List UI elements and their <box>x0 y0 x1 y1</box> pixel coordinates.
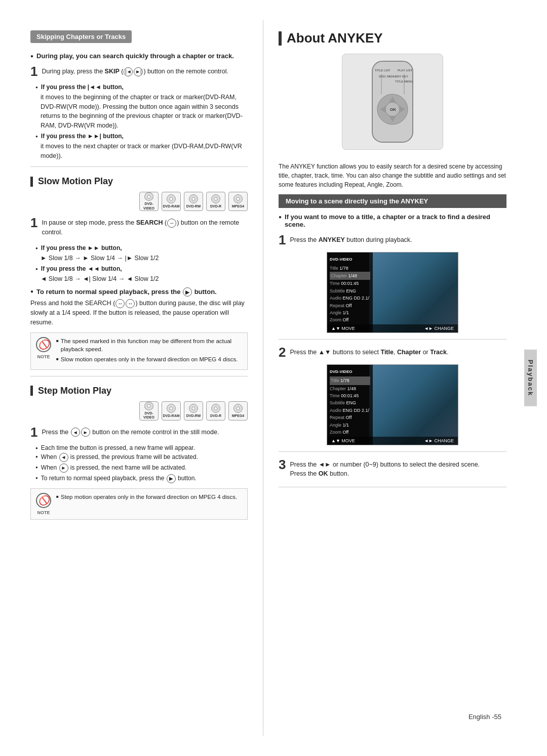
disc-dvd-r: DVD-R <box>206 192 225 211</box>
skip-fwd-icon: ►| <box>134 67 143 76</box>
skipping-section: Skipping Chapters or Tracks During play,… <box>30 30 248 160</box>
slow-fwd-text: ► Slow 1/8 → ► Slow 1/4 → |► Slow 1/2 <box>41 254 248 263</box>
right-column: About ANYKEY TITLE LIST PLAY LIST DISC M… <box>263 20 537 736</box>
svg-text:OK: OK <box>390 107 396 112</box>
note-label: NOTE <box>37 354 50 359</box>
step-motion-note: 🚫 NOTE Step motion operates only in the … <box>30 488 248 520</box>
step-note-label: NOTE <box>37 510 50 515</box>
remote-diagram: TITLE LIST PLAY LIST DISC MENU TITLE MEN… <box>342 54 443 150</box>
play-icon: ▶ <box>183 287 192 297</box>
svg-text:TITLE LIST: TITLE LIST <box>375 69 390 72</box>
step-note-item-1: Step motion operates only in the forward… <box>56 493 242 501</box>
disc-dvd-rw: DVD-RW <box>184 192 203 211</box>
step-motion-section: Step Motion Play DVD-VIDEO DVD-RAM DVD-R… <box>30 386 248 520</box>
overlay-panel-2: DVD-VIDEO Title 1/78 Chapter 1/48 Time 0… <box>327 365 373 445</box>
slow-motion-para: Press and hold the SEARCH (↔↔) button du… <box>30 299 248 327</box>
search-fwd-icon: ↔ <box>167 219 176 228</box>
anykey-step3: 3 Press the ◄► or number (0~9) buttons t… <box>279 458 506 481</box>
anykey-step2: 2 Press the ▲▼ buttons to select Title, … <box>279 346 506 359</box>
slow-back-text: ◄ Slow 1/8 → ◄| Slow 1/4 → ◄ Slow 1/2 <box>41 274 248 284</box>
step-play-btn: ▶ <box>167 474 176 483</box>
note-icon: 🚫 <box>36 337 51 352</box>
if-press-back-text: it moves to the beginning of the chapter… <box>41 93 248 131</box>
remote-svg: TITLE LIST PLAY LIST DISC MENU TITLE MEN… <box>347 56 438 147</box>
screen1-footer: ▲▼ MOVE ◄► CHANGE <box>327 324 458 332</box>
step-back-sym: ◄ <box>71 428 80 437</box>
left-column: Skipping Chapters or Tracks During play,… <box>0 20 263 736</box>
step-bullet4: To return to normal speed playback, pres… <box>35 474 248 483</box>
anykey-step1: 1 Press the ANYKEY button during playbac… <box>279 233 506 247</box>
search-sym-1: ↔ <box>115 299 125 308</box>
step-fwd-sym: ► <box>81 428 90 437</box>
if-press-back-header: If you press the |◄◄ button, <box>35 83 248 91</box>
disc-dvd-ram: DVD-RAM <box>162 192 181 211</box>
search-sym-2: ↔ <box>126 299 135 308</box>
svg-text:PLAY LIST: PLAY LIST <box>398 69 412 72</box>
step-motion-step1: 1 Press the ◄► button on the remote cont… <box>30 426 248 439</box>
step-note-icon: 🚫 <box>36 493 51 508</box>
step-motion-title: Step Motion Play <box>30 386 248 396</box>
slow-fwd-header: If you press the ►► button, <box>35 244 248 251</box>
step-disc-dvd-r: DVD-R <box>206 401 225 421</box>
slow-motion-bar <box>30 177 33 187</box>
note-items: The speed marked in this function may be… <box>56 337 242 365</box>
step-bullet1: Each time the button is pressed, a new f… <box>35 444 248 451</box>
bird-background-1 <box>369 253 458 332</box>
slow-motion-step1: 1 In pause or step mode, press the SEARC… <box>30 216 248 239</box>
note-item-2: Slow motion operates only in the forward… <box>56 355 242 363</box>
disc-mpeg4: MPEG4 <box>228 192 248 211</box>
step-bullet3: When ► is pressed, the next frame will b… <box>35 464 248 473</box>
anykey-screen-2: DVD-VIDEO Title 1/78 Chapter 1/48 Time 0… <box>327 364 458 445</box>
svg-text:ANY KEY: ANY KEY <box>395 75 408 78</box>
bird-background-2 <box>369 365 458 445</box>
slow-motion-section: Slow Motion Play DVD-VIDEO DVD-RAM DVD-R… <box>30 176 248 370</box>
page-number: English -55 <box>468 713 501 721</box>
overlay-panel-1: DVD-VIDEO Title 1/78 Chapter 1/48 Time 0… <box>327 253 373 332</box>
step-disc-dvd-ram: DVD-RAM <box>162 401 181 421</box>
skipping-step1: 1 During play, press the SKIP (|◄►|) but… <box>30 65 248 78</box>
step-disc-dvd-video: DVD-VIDEO <box>139 401 159 421</box>
playback-side-tab: Playback <box>524 350 537 406</box>
if-press-fwd-header: If you press the ►►| button, <box>35 133 248 140</box>
step-btn-back: ◄ <box>59 453 68 462</box>
skipping-header: Skipping Chapters or Tracks <box>30 30 132 43</box>
step-disc-dvd-rw: DVD-RW <box>184 401 203 421</box>
disc-icons-row: DVD-VIDEO DVD-RAM DVD-RW DVD-R MPEG4 <box>30 192 248 211</box>
moving-bullet: If you want to move to a title, a chapte… <box>279 213 506 228</box>
note-item-1: The speed marked in this function may be… <box>56 337 242 353</box>
anykey-title: About ANYKEY <box>279 30 506 46</box>
slow-return-header: To return to normal speed playback, pres… <box>30 287 248 297</box>
step-bullet2: When ◄ is pressed, the previous frame wi… <box>35 453 248 462</box>
anykey-title-bar <box>279 31 282 46</box>
step-disc-icons-row: DVD-VIDEO DVD-RAM DVD-RW DVD-R MPEG4 <box>30 401 248 421</box>
step-note-items: Step motion operates only in the forward… <box>56 493 242 515</box>
skip-back-icon: |◄ <box>124 67 133 76</box>
slow-motion-note: 🚫 NOTE The speed marked in this function… <box>30 332 248 370</box>
step-note-icon-wrap: 🚫 NOTE <box>36 493 51 515</box>
anykey-para: The ANYKEY function allows you to easily… <box>279 162 506 189</box>
anykey-section: About ANYKEY TITLE LIST PLAY LIST DISC M… <box>279 30 506 487</box>
slow-motion-title: Slow Motion Play <box>30 176 248 187</box>
disc-dvd-video: DVD-VIDEO <box>139 192 159 211</box>
if-press-fwd-text: it moves to the next chapter or track or… <box>41 142 248 161</box>
step-disc-mpeg4: MPEG4 <box>228 401 248 421</box>
skipping-bullet1: During play, you can search quickly thro… <box>30 52 248 60</box>
moving-header: Moving to a scene directly using the ANY… <box>279 194 506 208</box>
note-icon-wrap: 🚫 NOTE <box>36 337 51 365</box>
screen2-footer: ▲▼ MOVE ◄► CHANGE <box>327 437 458 445</box>
step-btn-fwd: ► <box>59 464 68 473</box>
anykey-screen-1: DVD-VIDEO Title 1/78 Chapter 1/48 Time 0… <box>327 252 458 333</box>
step-motion-bar <box>30 386 33 396</box>
slow-back-header: If you press the ◄◄ button, <box>35 265 248 272</box>
